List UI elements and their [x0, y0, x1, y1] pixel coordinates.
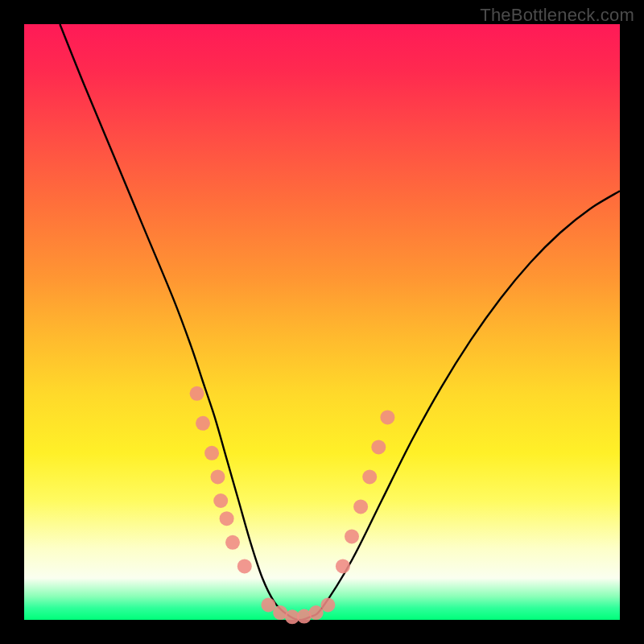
bottleneck-curve	[60, 24, 620, 620]
marker-dot	[380, 410, 394, 424]
marker-dot	[204, 446, 219, 460]
marker-dot	[353, 499, 368, 514]
marker-dot	[213, 493, 228, 508]
marker-dot	[320, 598, 335, 613]
marker-dot	[336, 559, 350, 573]
marker-dot	[211, 469, 225, 484]
marker-dot	[345, 529, 359, 543]
chart-frame: TheBottleneck.com	[0, 0, 644, 644]
marker-dot	[261, 598, 275, 613]
chart-svg	[24, 24, 620, 620]
marker-dot	[237, 559, 252, 573]
marker-dots	[190, 386, 395, 625]
marker-dot	[220, 511, 234, 526]
marker-dot	[371, 440, 386, 454]
watermark-text: TheBottleneck.com	[480, 5, 634, 26]
marker-dot	[190, 386, 204, 401]
plot-area	[24, 24, 620, 620]
marker-dot	[362, 469, 377, 484]
marker-dot	[196, 416, 210, 431]
marker-dot	[225, 535, 240, 550]
marker-dot	[309, 605, 324, 620]
